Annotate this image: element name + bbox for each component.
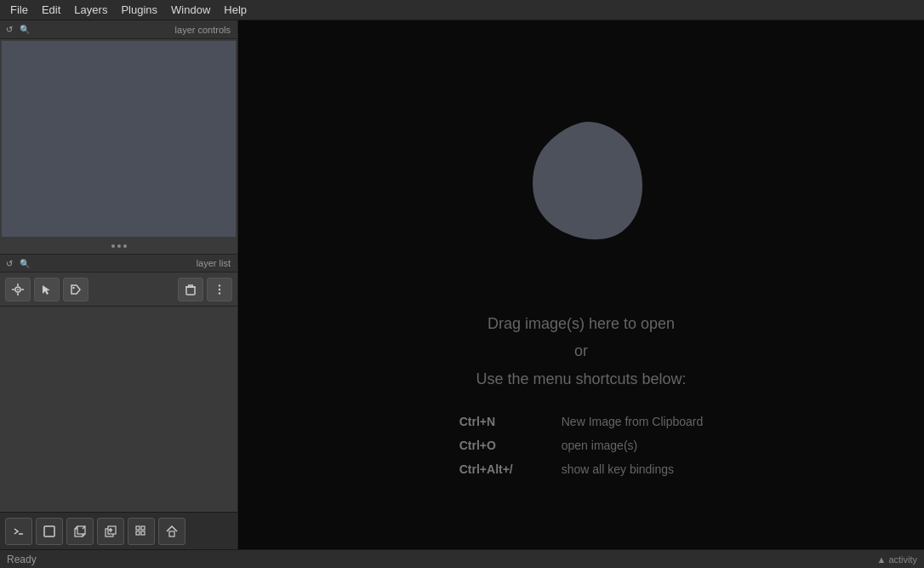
- grid-button[interactable]: [128, 518, 155, 545]
- welcome-text: Drag image(s) here to open or Use the me…: [476, 310, 686, 393]
- panel-search-icon[interactable]: 🔍: [19, 24, 31, 36]
- menubar: File Edit Layers Plugins Window Help: [0, 0, 924, 20]
- layer-list-header: ↺ 🔍 layer list: [0, 254, 237, 273]
- menu-plugins[interactable]: Plugins: [114, 2, 164, 18]
- svg-point-14: [219, 288, 220, 290]
- delete-layer-button[interactable]: [178, 278, 203, 301]
- svg-rect-26: [136, 526, 140, 530]
- terminal-button[interactable]: [5, 518, 32, 545]
- drag-text-line2: Use the menu shortcuts below:: [476, 365, 686, 393]
- left-panel: ↺ 🔍 layer controls ↺ 🔍 layer list: [0, 20, 238, 549]
- menu-window[interactable]: Window: [164, 2, 217, 18]
- svg-rect-29: [141, 531, 145, 535]
- svg-marker-6: [43, 285, 50, 295]
- dot-2: [117, 244, 121, 248]
- main-layout: ↺ 🔍 layer controls ↺ 🔍 layer list: [0, 20, 924, 549]
- panel-reset-icon[interactable]: ↺: [3, 24, 15, 36]
- layer-controls-header: ↺ 🔍 layer controls: [0, 20, 237, 39]
- shortcut-key-1: Ctrl+N: [459, 410, 545, 433]
- activity-button[interactable]: ▲ activity: [876, 554, 917, 565]
- shortcuts-table: Ctrl+N New Image from Clipboard Ctrl+O o…: [459, 410, 704, 481]
- svg-point-15: [219, 292, 220, 294]
- drag-text-line1: Drag image(s) here to open: [476, 310, 686, 337]
- blob-svg: [488, 89, 675, 276]
- tag-tool-button[interactable]: [63, 278, 88, 301]
- shortcut-row-3: Ctrl+Alt+/ show all key bindings: [459, 457, 704, 481]
- layer-list-reset-icon[interactable]: ↺: [3, 257, 15, 269]
- layer-list-label: layer list: [34, 258, 234, 268]
- svg-rect-28: [136, 531, 140, 535]
- svg-point-13: [219, 284, 220, 286]
- dot-1: [111, 244, 115, 248]
- drag-text-or: or: [476, 337, 686, 364]
- move-tool-button[interactable]: [5, 278, 31, 301]
- shortcut-desc-2: open image(s): [562, 433, 638, 457]
- more-options-button[interactable]: [207, 278, 232, 301]
- dot-3: [123, 244, 127, 248]
- layer-list-tools: [0, 273, 237, 307]
- svg-point-1: [17, 289, 19, 290]
- home-button[interactable]: [158, 518, 185, 545]
- shortcut-desc-3: show all key bindings: [562, 457, 674, 481]
- statusbar: Ready ▲ activity: [0, 549, 924, 568]
- layer-list-search-icon[interactable]: 🔍: [19, 257, 31, 269]
- layer-list-area: [0, 307, 237, 512]
- menu-edit[interactable]: Edit: [35, 2, 67, 18]
- shortcut-row-1: Ctrl+N New Image from Clipboard: [459, 410, 704, 433]
- svg-rect-8: [186, 287, 195, 295]
- svg-rect-30: [169, 531, 174, 536]
- blob-container: [488, 89, 675, 276]
- shortcut-desc-1: New Image from Clipboard: [562, 410, 704, 433]
- svg-rect-17: [44, 526, 54, 536]
- menu-file[interactable]: File: [3, 2, 35, 18]
- menu-layers[interactable]: Layers: [67, 2, 114, 18]
- cube-button[interactable]: [66, 518, 94, 545]
- shortcut-row-2: Ctrl+O open image(s): [459, 433, 704, 457]
- canvas-area[interactable]: Drag image(s) here to open or Use the me…: [238, 20, 924, 549]
- pointer-tool-button[interactable]: [34, 278, 60, 301]
- bottom-toolbox: [0, 512, 237, 549]
- three-dots-divider: [0, 238, 237, 254]
- svg-point-7: [72, 286, 74, 288]
- square-button[interactable]: [36, 518, 63, 545]
- layer-preview: [2, 41, 236, 237]
- menu-help[interactable]: Help: [217, 2, 254, 18]
- import-button[interactable]: [97, 518, 124, 545]
- svg-rect-27: [141, 526, 145, 530]
- shortcut-key-3: Ctrl+Alt+/: [459, 457, 545, 481]
- status-text: Ready: [7, 554, 37, 565]
- shortcut-key-2: Ctrl+O: [459, 433, 545, 457]
- layer-controls-label: layer controls: [34, 25, 234, 35]
